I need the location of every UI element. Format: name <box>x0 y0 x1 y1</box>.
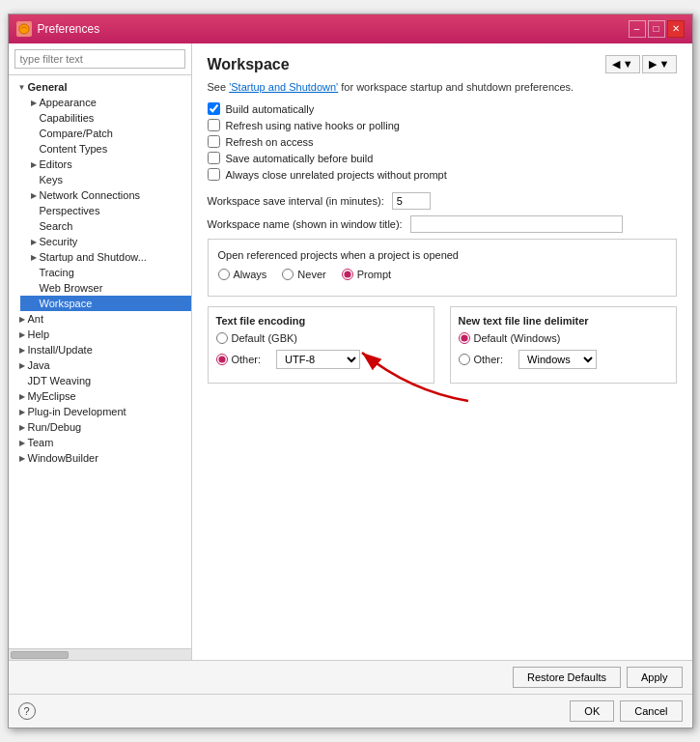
refresh-access-checkbox[interactable] <box>208 135 220 148</box>
checkbox-refresh-access: Refresh on access <box>208 135 677 148</box>
back-button[interactable]: ◀ ▼ <box>605 55 640 73</box>
sidebar-item-windowbuilder[interactable]: ▶ WindowBuilder <box>9 450 191 466</box>
sidebar-label-networkconnections: Network Connections <box>40 189 141 201</box>
startup-shutdown-link[interactable]: 'Startup and Shutdown' <box>229 81 338 93</box>
never-radio[interactable] <box>282 269 294 280</box>
encoding-other-item: Other: <box>216 354 262 365</box>
sidebar-item-search[interactable]: Search <box>20 218 191 234</box>
open-projects-section: Open referenced projects when a project … <box>208 239 677 297</box>
cancel-button[interactable]: Cancel <box>620 700 682 722</box>
delimiter-default-item: Default (Windows) <box>459 332 561 344</box>
help-button[interactable]: ? <box>18 702 36 720</box>
sidebar-label-perspectives: Perspectives <box>40 205 100 216</box>
radio-always: Always <box>218 269 267 280</box>
svg-point-0 <box>19 24 29 34</box>
sidebar-item-networkconnections[interactable]: ▶ Network Connections <box>20 187 191 203</box>
spacer-keys <box>28 174 40 186</box>
search-input[interactable] <box>14 49 185 69</box>
close-unrelated-label: Always close unrelated projects without … <box>226 169 447 181</box>
expand-arrow-ant: ▶ <box>16 313 28 325</box>
text-encoding-section: Text file encoding Default (GBK) Other: <box>208 306 434 384</box>
workspace-name-input[interactable] <box>410 215 623 233</box>
restore-defaults-button[interactable]: Restore Defaults <box>513 667 621 688</box>
expand-arrow-security: ▶ <box>28 236 40 247</box>
sidebar-label-tracing: Tracing <box>40 267 74 278</box>
preferences-window: Preferences – □ ✕ ▼ General ▶ <box>8 14 693 728</box>
sidebar-item-comparepatch[interactable]: Compare/Patch <box>20 126 191 141</box>
sidebar-item-jdtweaving[interactable]: JDT Weaving <box>9 373 191 388</box>
ok-button[interactable]: OK <box>570 700 614 722</box>
sidebar-label-appearance: Appearance <box>40 97 97 108</box>
workspace-name-row: Workspace name (shown in window title): <box>208 215 677 233</box>
two-col-container: Text file encoding Default (GBK) Other: <box>208 306 677 384</box>
main-panel: Workspace ◀ ▼ ▶ ▼ See 'Startup and Shutd… <box>192 43 692 660</box>
refresh-native-checkbox[interactable] <box>208 119 220 131</box>
encoding-default-label: Default (GBK) <box>232 332 297 344</box>
sidebar-label-team: Team <box>28 437 54 448</box>
sidebar-item-rundebug[interactable]: ▶ Run/Debug <box>9 419 191 435</box>
sidebar-label-general: General <box>28 81 68 93</box>
general-children: ▶ Appearance Capabilities Compare/Patch … <box>9 95 191 311</box>
sidebar-item-java[interactable]: ▶ Java <box>9 357 191 373</box>
sidebar-item-plugindevelopment[interactable]: ▶ Plug-in Development <box>9 404 191 419</box>
build-auto-checkbox[interactable] <box>208 102 220 115</box>
encoding-other-radio[interactable] <box>216 354 228 365</box>
expand-arrow-install: ▶ <box>16 344 28 356</box>
sidebar-item-myeclipse[interactable]: ▶ MyEclipse <box>9 388 191 404</box>
sidebar-scrollbar[interactable] <box>9 648 191 660</box>
sidebar-label-java: Java <box>28 359 50 371</box>
scrollbar-thumb <box>11 651 69 659</box>
delimiter-other-label: Other: <box>474 354 504 365</box>
save-before-build-checkbox[interactable] <box>208 152 220 164</box>
sidebar-item-startupshutdown[interactable]: ▶ Startup and Shutdow... <box>20 249 191 265</box>
title-bar-left: Preferences <box>16 21 100 37</box>
expand-arrow-network: ▶ <box>28 189 40 201</box>
sidebar-item-security[interactable]: ▶ Security <box>20 234 191 249</box>
sidebar-item-installupdate[interactable]: ▶ Install/Update <box>9 342 191 357</box>
close-button[interactable]: ✕ <box>667 20 685 38</box>
spacer-capabilities <box>28 112 40 124</box>
sidebar-item-contenttypes[interactable]: Content Types <box>20 141 191 157</box>
encoding-select[interactable]: UTF-8 UTF-16 ISO-8859-1 US-ASCII GBK <box>276 350 360 369</box>
sidebar-item-webbrowser[interactable]: Web Browser <box>20 280 191 296</box>
sidebar-item-team[interactable]: ▶ Team <box>9 435 191 450</box>
delimiter-default-label: Default (Windows) <box>474 332 561 344</box>
sidebar-item-editors[interactable]: ▶ Editors <box>20 157 191 172</box>
maximize-button[interactable]: □ <box>648 20 665 38</box>
save-interval-input[interactable] <box>392 192 431 210</box>
line-delimiter-title: New text file line delimiter <box>459 315 668 327</box>
sidebar-label-editors: Editors <box>40 158 72 170</box>
encoding-default-row: Default (GBK) <box>216 332 426 344</box>
sidebar-label-help: Help <box>28 328 50 340</box>
checkbox-build-auto: Build automatically <box>208 102 677 115</box>
sidebar-item-capabilities[interactable]: Capabilities <box>20 110 191 126</box>
sidebar-item-perspectives[interactable]: Perspectives <box>20 203 191 218</box>
sidebar-item-tracing[interactable]: Tracing <box>20 265 191 280</box>
info-suffix: for workspace startup and shutdown prefe… <box>341 81 574 93</box>
always-radio[interactable] <box>218 269 230 280</box>
expand-arrow-startup: ▶ <box>28 251 40 263</box>
sidebar-item-general[interactable]: ▼ General <box>9 79 191 95</box>
sidebar-item-help[interactable]: ▶ Help <box>9 327 191 342</box>
delimiter-other-radio[interactable] <box>459 354 470 365</box>
close-unrelated-checkbox[interactable] <box>208 168 220 181</box>
encoding-default-radio[interactable] <box>216 332 228 344</box>
sidebar: ▼ General ▶ Appearance Capabilities Comp… <box>9 43 192 660</box>
sidebar-item-ant[interactable]: ▶ Ant <box>9 311 191 327</box>
delimiter-select[interactable]: Windows Unix Mac OS X <box>518 350 597 369</box>
spacer-contenttypes <box>28 143 40 155</box>
spacer-webbrowser <box>28 282 40 294</box>
spacer-jdtweaving <box>16 375 28 386</box>
delimiter-default-radio[interactable] <box>459 332 470 344</box>
prompt-radio[interactable] <box>342 269 353 280</box>
sidebar-item-keys[interactable]: Keys <box>20 172 191 187</box>
apply-button[interactable]: Apply <box>627 667 683 688</box>
radio-prompt: Prompt <box>342 269 391 280</box>
sidebar-item-workspace[interactable]: Workspace <box>20 296 191 311</box>
sidebar-label-search: Search <box>40 220 73 232</box>
title-bar: Preferences – □ ✕ <box>9 14 692 43</box>
minimize-button[interactable]: – <box>629 20 646 38</box>
forward-button[interactable]: ▶ ▼ <box>642 55 677 73</box>
sidebar-item-appearance[interactable]: ▶ Appearance <box>20 95 191 110</box>
sidebar-label-webbrowser: Web Browser <box>40 282 103 294</box>
